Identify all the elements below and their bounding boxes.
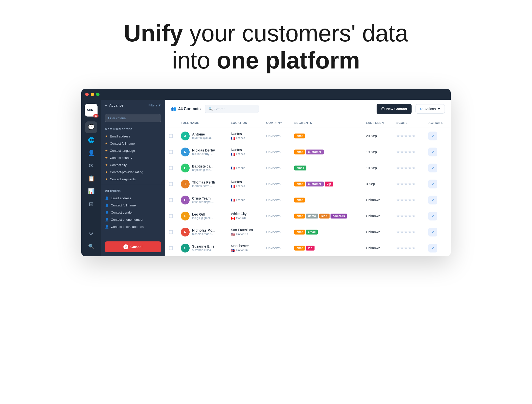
filter-header: ≡ Advance... Filters ▼ <box>101 100 165 111</box>
contact-info: Thomas Perth thomas.perth.... <box>192 180 215 188</box>
open-contact-button[interactable]: ↗ <box>428 244 437 252</box>
segments-cell: chat <box>294 198 358 202</box>
star-icon: ★ <box>400 166 404 170</box>
filter-item-phone-all[interactable]: 👤 Contact phone number <box>101 216 165 223</box>
filter-item-country-starred[interactable]: ★ Contact country <box>101 154 165 161</box>
segment-badge: vip <box>306 246 315 251</box>
contact-info: Nicholas Mo... nicholas.moor... <box>192 228 215 236</box>
segment-badge: chat <box>294 214 305 219</box>
row-checkbox[interactable] <box>169 166 173 170</box>
row-checkbox[interactable] <box>169 214 173 218</box>
filter-item-email-all[interactable]: 👤 Email address <box>101 195 165 202</box>
score-cell: ★★★★★ <box>396 166 420 170</box>
open-contact-button[interactable]: ↗ <box>428 228 437 236</box>
sidebar-item-send[interactable]: ✉ <box>85 160 97 172</box>
contact-email: suzanne.ellis4... <box>192 248 214 252</box>
segment-badge: chat <box>294 182 305 186</box>
sidebar-item-chat[interactable]: 💬 <box>85 121 97 133</box>
search-input[interactable] <box>215 107 255 111</box>
star-icon: ★ <box>404 150 408 154</box>
company-cell: Unknown <box>262 192 290 208</box>
filter-item-postal-all[interactable]: 👤 Contact postal address <box>101 223 165 230</box>
star-icon: ★ <box>396 230 400 234</box>
cancel-button[interactable]: ✕ Cancel <box>105 241 161 252</box>
actions-button[interactable]: ⚙ Actions ▼ <box>416 104 445 114</box>
sidebar-item-settings[interactable]: ⚙ <box>85 228 97 239</box>
contacts-data-table: FULL NAME LOCATION COMPANY SEGMENTS LAST… <box>165 118 451 256</box>
sidebar-item-files[interactable]: 📋 <box>85 173 97 185</box>
filter-item-language-starred[interactable]: ★ Contact language <box>101 147 165 154</box>
segment-badge: chat <box>294 198 305 202</box>
location-country: 🇫🇷 France <box>231 166 258 170</box>
th-fullname: FULL NAME <box>177 118 227 128</box>
filter-item-fullname-all[interactable]: 👤 Contact full name <box>101 202 165 209</box>
flag-icon: 🇬🇧 <box>231 248 235 252</box>
row-checkbox[interactable] <box>169 134 173 138</box>
location-city: Nantes <box>231 132 258 136</box>
open-contact-button[interactable]: ↗ <box>428 212 437 220</box>
open-contact-button[interactable]: ↗ <box>428 132 437 140</box>
star-icon: ★ <box>408 230 412 234</box>
th-location: LOCATION <box>227 118 262 128</box>
table-row: T Thomas Perth thomas.perth.... Nantes 🇫… <box>165 176 451 192</box>
last-seen-cell: 19 Sep <box>362 144 393 160</box>
row-checkbox[interactable] <box>169 230 173 234</box>
th-company: COMPANY <box>262 118 290 128</box>
star-icon: ★ <box>105 142 108 145</box>
row-checkbox[interactable] <box>169 150 173 154</box>
person-icon: 👤 <box>105 203 109 207</box>
filter-item-segments-starred[interactable]: ★ Contact segments <box>101 176 165 183</box>
all-criteria-title: All criteria <box>101 187 165 195</box>
th-last-seen: LAST SEEN <box>362 118 393 128</box>
sidebar-item-contacts[interactable]: 👤 <box>85 147 97 159</box>
filter-item-email-starred[interactable]: ★ Email address <box>101 133 165 140</box>
contact-info: Leo Gill leo.gill@gmail... <box>192 212 213 220</box>
notification-badge: 16 <box>93 114 99 118</box>
maximize-traffic-light[interactable] <box>96 93 100 96</box>
open-contact-button[interactable]: ↗ <box>428 180 437 188</box>
segments-cell: chatvip <box>294 246 358 251</box>
filter-item-rating-starred[interactable]: ★ Contact-provided rating <box>101 168 165 176</box>
filter-item-gender-all[interactable]: 👤 Contact gender <box>101 209 165 216</box>
table-row: N Nicklas Derby nicklas.derby1... Nantes… <box>165 144 451 160</box>
segments-cell: email <box>294 166 358 170</box>
person-icon: 👤 <box>105 225 109 229</box>
sidebar-item-globe[interactable]: 🌐 <box>85 134 97 146</box>
sidebar-search-button[interactable]: 🔍 <box>85 240 97 252</box>
star-icon: ★ <box>396 150 400 154</box>
sidebar-item-plugins[interactable]: ⊞ <box>85 198 97 210</box>
th-segments: SEGMENTS <box>290 118 362 128</box>
open-contact-button[interactable]: ↗ <box>428 196 437 204</box>
location-country: 🇬🇧 United Ki... <box>231 248 258 252</box>
action-cell: ↗ <box>424 240 451 256</box>
table-row: S Suzanne Ellis suzanne.ellis4... Manche… <box>165 240 451 256</box>
row-checkbox[interactable] <box>169 182 173 186</box>
open-contact-button[interactable]: ↗ <box>428 148 437 156</box>
star-icon: ★ <box>404 198 408 202</box>
minimize-traffic-light[interactable] <box>91 93 94 96</box>
score-cell: ★★★★★ <box>396 134 420 138</box>
filters-dropdown-btn[interactable]: Filters ▼ <box>149 103 161 107</box>
contact-info: Nicklas Derby nicklas.derby1... <box>192 148 215 156</box>
avatar: N <box>181 228 190 236</box>
new-contact-button[interactable]: ⊕ New Contact <box>377 104 412 114</box>
star-icon: ★ <box>396 214 400 218</box>
star-icon: ★ <box>404 134 408 138</box>
flag-icon: 🇫🇷 <box>231 152 235 156</box>
filter-item-fullname-starred[interactable]: ★ Contact full name <box>101 140 165 147</box>
row-checkbox[interactable] <box>169 198 173 202</box>
person-icon: 👤 <box>105 211 109 214</box>
filter-item-city-starred[interactable]: ★ Contact city <box>101 161 165 168</box>
segment-badge: vip <box>325 182 333 186</box>
segments-cell: chatemail <box>294 230 358 235</box>
open-contact-button[interactable]: ↗ <box>428 164 437 172</box>
avatar: C <box>181 196 190 204</box>
filter-divider <box>101 185 165 185</box>
star-icon: ★ <box>105 170 108 174</box>
sidebar-item-analytics[interactable]: 📊 <box>85 185 97 197</box>
close-traffic-light[interactable] <box>85 93 89 96</box>
filter-criteria-input[interactable] <box>105 114 161 122</box>
action-cell: ↗ <box>424 176 451 192</box>
row-checkbox[interactable] <box>169 246 173 250</box>
star-icon: ★ <box>408 198 412 202</box>
